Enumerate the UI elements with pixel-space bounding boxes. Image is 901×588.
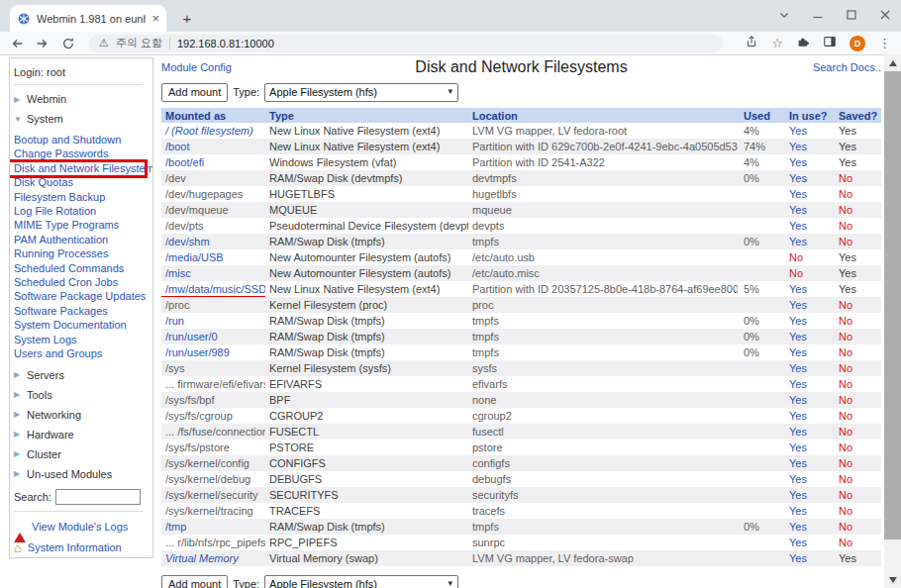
in-use-link[interactable]: Yes [789, 552, 807, 564]
sidebar-category-webmin[interactable]: ▶Webmin [14, 93, 152, 105]
menu-kebab-icon[interactable]: ⋮ [878, 37, 891, 49]
page-scrollbar[interactable] [884, 54, 901, 588]
sidebar-item-bootup-and-shutdown[interactable]: Bootup and Shutdown [14, 133, 152, 147]
security-warning-icon[interactable]: ⚠ [99, 38, 109, 49]
triangle-right-icon[interactable]: ▶ [14, 430, 27, 439]
sidebar-category-tools[interactable]: ▶Tools [14, 389, 152, 401]
sidebar-item-scheduled-commands[interactable]: Scheduled Commands [14, 261, 152, 275]
mount-point[interactable]: /mw/data/music/SSD [165, 283, 265, 295]
in-use-link[interactable]: Yes [789, 441, 807, 453]
in-use-link[interactable]: Yes [789, 283, 807, 295]
in-use-link[interactable]: Yes [789, 473, 807, 485]
mount-point[interactable]: /run/user/989 [165, 346, 230, 358]
sidebar-item-disk-quotas[interactable]: Disk Quotas [14, 175, 152, 189]
triangle-right-icon[interactable]: ▶ [14, 390, 27, 399]
sidebar-category-system[interactable]: ▼System [14, 113, 152, 125]
search-input[interactable] [55, 489, 141, 505]
in-use-link[interactable]: Yes [789, 299, 807, 311]
sidebar-category-networking[interactable]: ▶Networking [14, 409, 152, 421]
module-config-link[interactable]: Module Config [161, 61, 232, 73]
sidebar-category-un-used-modules[interactable]: ▶Un-used Modules [14, 468, 152, 480]
in-use-link[interactable]: Yes [789, 236, 807, 247]
in-use-link[interactable]: Yes [789, 537, 807, 548]
sidebar-item-users-and-groups[interactable]: Users and Groups [14, 346, 152, 360]
mount-point[interactable]: /media/USB [165, 251, 224, 263]
mount-point[interactable]: /dev/shm [165, 236, 210, 247]
in-use-link[interactable]: Yes [789, 378, 807, 390]
reload-icon[interactable] [61, 37, 75, 50]
sidebar-item-change-passwords[interactable]: Change Passwords [14, 147, 152, 160]
triangle-right-icon[interactable]: ▶ [14, 95, 27, 104]
new-tab-button[interactable]: + [176, 7, 198, 29]
tab-close-icon[interactable]: × [151, 12, 159, 25]
sidebar-category-cluster[interactable]: ▶Cluster [14, 448, 152, 460]
in-use-link[interactable]: Yes [789, 331, 807, 343]
fs-type-select[interactable]: Apple Filesystem (hfs) [264, 83, 458, 102]
share-icon[interactable] [745, 35, 758, 52]
in-use-link[interactable]: Yes [789, 156, 807, 168]
in-use-link[interactable]: Yes [789, 457, 807, 469]
back-icon[interactable] [10, 37, 24, 50]
forward-icon[interactable] [36, 37, 50, 50]
search-docs-link[interactable]: Search Docs.. [813, 61, 881, 73]
minimize-icon[interactable] [812, 9, 824, 21]
add-mount-button[interactable]: Add mount [161, 83, 228, 102]
in-use-link[interactable]: Yes [789, 125, 807, 137]
sidebar-item-system-documentation[interactable]: System Documentation [14, 318, 152, 332]
in-use-link[interactable]: Yes [789, 188, 807, 200]
mount-point[interactable]: /boot [165, 141, 189, 152]
sidebar-link-system-information[interactable]: ⌂System Information [14, 541, 152, 554]
in-use-link[interactable]: Yes [789, 521, 807, 533]
sidebar-item-filesystem-backup[interactable]: Filesystem Backup [14, 190, 152, 204]
triangle-right-icon[interactable]: ▶ [14, 469, 27, 478]
mount-point[interactable]: /run [165, 315, 184, 327]
bookmark-star-icon[interactable]: ☆ [771, 37, 783, 49]
window-close-icon[interactable] [879, 9, 891, 21]
in-use-link[interactable]: Yes [789, 410, 807, 422]
window-menu-chevron-icon[interactable] [778, 9, 790, 21]
triangle-down-icon[interactable]: ▼ [14, 115, 27, 124]
sidebar-item-disk-and-network-filesystems[interactable]: Disk and Network Filesystems [14, 161, 152, 175]
security-warning-label[interactable]: 주의 요함 [116, 36, 162, 50]
sidebar-item-mime-type-programs[interactable]: MIME Type Programs [14, 218, 152, 232]
in-use-link[interactable]: Yes [789, 346, 807, 358]
sidebar-item-log-file-rotation[interactable]: Log File Rotation [14, 204, 152, 218]
side-panel-icon[interactable] [823, 35, 837, 52]
add-mount-button[interactable]: Add mount [161, 575, 228, 588]
in-use-link[interactable]: Yes [789, 426, 807, 438]
url-text[interactable]: 192.168.0.81:10000 [177, 38, 274, 49]
mount-point[interactable]: /boot/efi [165, 156, 204, 168]
triangle-right-icon[interactable]: ▶ [14, 370, 27, 379]
triangle-right-icon[interactable]: ▶ [14, 410, 27, 419]
mount-point[interactable]: Virtual Memory [165, 552, 239, 564]
mount-point[interactable]: /misc [165, 267, 191, 279]
sidebar-item-software-packages[interactable]: Software Packages [14, 304, 152, 318]
sidebar-category-hardware[interactable]: ▶Hardware [14, 429, 152, 441]
in-use-link[interactable]: Yes [789, 172, 807, 184]
in-use-link[interactable]: Yes [789, 220, 807, 232]
scrollbar-thumb[interactable] [884, 71, 901, 539]
sidebar-category-servers[interactable]: ▶Servers [14, 369, 152, 381]
sidebar-item-software-package-updates[interactable]: Software Package Updates [14, 289, 152, 303]
maximize-icon[interactable] [846, 9, 857, 21]
sidebar-item-running-processes[interactable]: Running Processes [14, 246, 152, 260]
sidebar-item-scheduled-cron-jobs[interactable]: Scheduled Cron Jobs [14, 275, 152, 289]
mount-point[interactable]: / (Root filesystem) [165, 125, 253, 137]
scroll-down-icon[interactable] [884, 571, 901, 588]
mount-point[interactable]: /run/user/0 [165, 331, 218, 343]
in-use-link[interactable]: Yes [789, 362, 807, 374]
sidebar-item-pam-authentication[interactable]: PAM Authentication [14, 233, 152, 246]
mount-point[interactable]: /tmp [165, 521, 186, 533]
scroll-up-icon[interactable] [884, 54, 901, 71]
triangle-right-icon[interactable]: ▶ [14, 449, 27, 458]
extensions-puzzle-icon[interactable] [796, 35, 810, 52]
sidebar-link-view-module-s-logs[interactable]: View Module's Logs [14, 521, 152, 533]
address-bar[interactable]: ⚠ 주의 요함 192.168.0.81:10000 [89, 35, 723, 52]
browser-tab[interactable]: Webmin 1.981 on eunhasu (Fed × [10, 5, 166, 32]
in-use-link[interactable]: Yes [789, 315, 807, 327]
in-use-link[interactable]: Yes [789, 505, 807, 517]
in-use-link[interactable]: Yes [789, 141, 807, 152]
sidebar-item-system-logs[interactable]: System Logs [14, 333, 152, 346]
in-use-link[interactable]: Yes [789, 204, 807, 216]
in-use-link[interactable]: Yes [789, 394, 807, 406]
